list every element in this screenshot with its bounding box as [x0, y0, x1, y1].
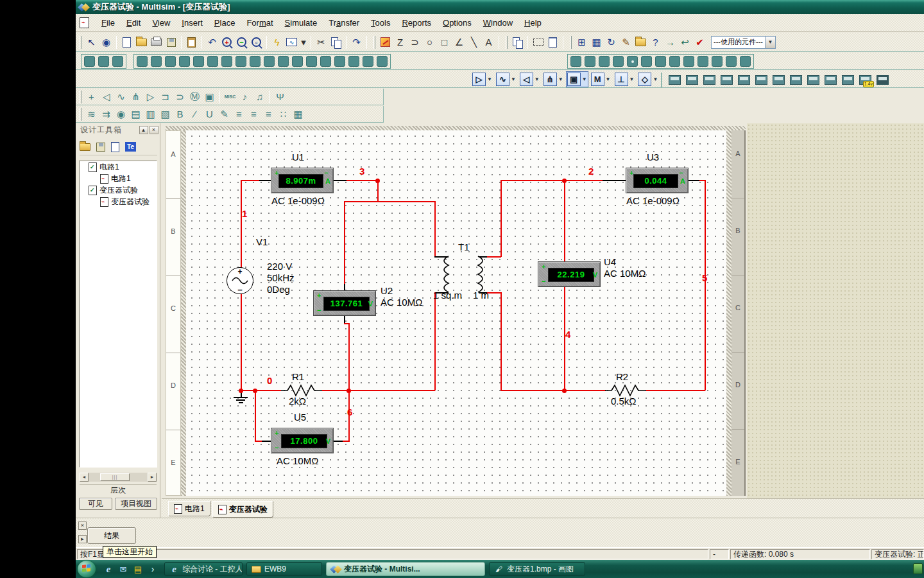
oscilloscope-icon[interactable] — [719, 73, 734, 87]
transistor-family-button[interactable]: ⋔▼ — [542, 71, 565, 87]
menu-item-format[interactable]: Format — [241, 16, 278, 30]
text-te-icon[interactable]: Te — [125, 142, 136, 152]
redo-icon[interactable]: ↷ — [349, 35, 364, 49]
new-file-icon[interactable] — [119, 35, 134, 49]
description-box-icon[interactable] — [545, 35, 560, 49]
component-button[interactable] — [377, 56, 388, 67]
component-button[interactable] — [683, 56, 694, 67]
component-button[interactable] — [697, 56, 708, 67]
function-generator-icon[interactable] — [685, 73, 699, 87]
taskbar-partial-icon[interactable] — [913, 563, 923, 574]
toolbar-grip[interactable] — [80, 36, 81, 49]
arrange-lines-icon[interactable]: ≋ — [84, 107, 99, 121]
open-samples-icon[interactable] — [633, 35, 648, 49]
virtual-resistor-icon[interactable]: ∿ — [114, 89, 128, 104]
menu-item-help[interactable]: Help — [518, 16, 547, 30]
scroll-thumb[interactable]: ||| — [100, 473, 130, 481]
print-icon[interactable] — [149, 35, 164, 49]
toolbar-grip[interactable] — [570, 36, 572, 49]
menu-item-edit[interactable]: Edit — [121, 16, 146, 30]
component-button[interactable] — [137, 56, 148, 67]
panel-close-button[interactable]: × — [150, 126, 158, 134]
virtual-transistor-icon[interactable]: ⋔ — [128, 89, 143, 104]
logic-analyzer-icon[interactable] — [806, 73, 821, 87]
schematic-sheet[interactable] — [186, 130, 726, 496]
tab-visibility[interactable]: 可见 — [79, 498, 112, 510]
component-button[interactable] — [264, 56, 275, 67]
cut-icon[interactable]: ✂ — [314, 35, 329, 49]
picture-icon[interactable]: ▦ — [291, 107, 305, 121]
hierarchy-view-icon[interactable]: ⊞ — [574, 35, 589, 49]
tree-horizontal-scrollbar[interactable]: ◄ ||| ► — [80, 473, 157, 482]
analog-family-button[interactable]: ▣▼ — [566, 71, 588, 87]
component-button[interactable] — [221, 56, 232, 67]
grapher-icon[interactable]: ∿ — [284, 35, 299, 49]
word-generator-icon[interactable] — [789, 73, 803, 87]
logic-converter-icon[interactable] — [823, 73, 838, 87]
component-button[interactable] — [334, 56, 345, 67]
paste-icon[interactable] — [184, 35, 199, 49]
component-button[interactable] — [84, 56, 95, 67]
new-doc-icon[interactable] — [111, 142, 119, 152]
component-button[interactable] — [627, 56, 638, 67]
results-close-button[interactable]: × — [78, 521, 87, 530]
color-swatch-icon[interactable]: ◉ — [114, 107, 128, 121]
virtual-meter-icon[interactable]: Ⓜ — [187, 89, 202, 104]
component-button[interactable] — [655, 56, 666, 67]
component-button[interactable] — [112, 56, 123, 67]
measurement-probe-icon[interactable]: 1.4v — [858, 73, 873, 87]
virtual-ttl-icon[interactable]: ⊐ — [158, 89, 173, 104]
back-annotate-icon[interactable]: ↩ — [678, 35, 692, 49]
tree-item[interactable]: 变压器试验 — [80, 184, 157, 196]
component-button[interactable] — [165, 56, 176, 67]
virtual-analog-icon[interactable]: ▷ — [143, 89, 158, 104]
ie-icon[interactable]: e — [103, 564, 114, 574]
menu-item-reports[interactable]: Reports — [396, 16, 437, 30]
place-polyline-icon[interactable]: ∠ — [452, 35, 466, 49]
menu-item-options[interactable]: Options — [437, 16, 477, 30]
tab-results[interactable]: 结果 — [87, 527, 136, 544]
spreadsheet-view-icon[interactable]: ▦ — [589, 35, 604, 49]
menu-item-insert[interactable]: Insert — [176, 16, 209, 30]
save-icon[interactable] — [96, 143, 105, 152]
tab-project-view[interactable]: 项目视图 — [115, 498, 157, 510]
component-button[interactable] — [599, 56, 610, 67]
align-right-icon[interactable]: ≡ — [261, 107, 276, 121]
toolbar-grip[interactable] — [80, 91, 81, 103]
component-button[interactable] — [179, 56, 190, 67]
menu-item-transfer[interactable]: Transfer — [323, 16, 365, 30]
current-probe-icon[interactable] — [875, 73, 890, 87]
component-button[interactable] — [740, 56, 751, 67]
four-channel-oscilloscope-icon[interactable] — [737, 73, 751, 87]
virtual-box-icon[interactable]: ▣ — [202, 89, 217, 104]
tree-item[interactable]: 变压器试验 — [80, 196, 157, 207]
open-folder-icon[interactable] — [80, 143, 90, 151]
image-frame-icon[interactable]: ▧ — [158, 107, 173, 121]
zoom-out-icon[interactable]: − — [234, 35, 249, 49]
pointer-tool-icon[interactable]: ↖ — [84, 35, 99, 49]
erc-check-icon[interactable]: ✔ — [692, 35, 707, 49]
start-button[interactable] — [78, 561, 96, 577]
help-icon[interactable]: ? — [648, 35, 663, 49]
component-button[interactable] — [278, 56, 289, 67]
sheet-tab-电路1[interactable]: 电路1 — [168, 501, 210, 516]
component-button[interactable] — [235, 56, 246, 67]
virtual-misc-icon[interactable]: MISC — [223, 89, 237, 104]
power-family-button[interactable]: ⊥▼ — [613, 71, 636, 87]
misc-family-button[interactable]: M▼ — [590, 71, 612, 87]
open-file-icon[interactable] — [134, 35, 149, 49]
virtual-source-icon[interactable]: + — [84, 89, 99, 104]
lock-doc-icon[interactable]: ▥ — [143, 107, 158, 121]
iv-analyzer-icon[interactable] — [841, 73, 855, 87]
component-button[interactable] — [363, 56, 373, 67]
component-button[interactable] — [250, 56, 261, 67]
toolbar-grip[interactable] — [506, 36, 508, 49]
indicator-family-button[interactable]: ◇▼ — [637, 71, 659, 87]
menu-item-window[interactable]: Window — [477, 16, 518, 30]
bold-icon[interactable]: B — [173, 107, 187, 121]
menu-item-tools[interactable]: Tools — [365, 16, 396, 30]
virtual-rated-icon[interactable]: ♫ — [252, 89, 267, 104]
results-expand-button[interactable]: ▸ — [78, 535, 87, 543]
component-button[interactable] — [669, 56, 680, 67]
desktop-icon[interactable]: ▤ — [133, 564, 143, 574]
